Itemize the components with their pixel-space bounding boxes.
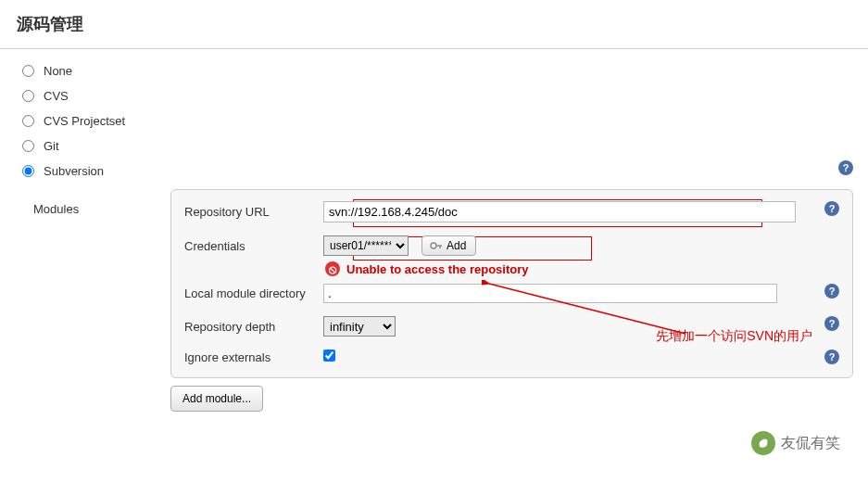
- watermark-icon: [751, 431, 775, 455]
- modules-section: Modules Repository URL ? Credentials use…: [0, 184, 868, 412]
- watermark-text: 友侃有笑: [781, 434, 840, 453]
- scm-option-git[interactable]: Git: [22, 133, 868, 159]
- add-module-button[interactable]: Add module...: [170, 386, 263, 412]
- row-local-directory: Local module directory ?: [184, 284, 839, 303]
- row-ignore-externals: Ignore externals ?: [184, 350, 839, 364]
- select-repository-depth[interactable]: infinity: [323, 316, 396, 337]
- radio-label-git: Git: [44, 139, 59, 153]
- scm-radio-group: None CVS CVS Projectset Git Subversion ?: [0, 49, 868, 184]
- radio-none[interactable]: [22, 65, 34, 77]
- radio-label-cvs-projectset: CVS Projectset: [44, 114, 125, 128]
- module-box: Repository URL ? Credentials user01/****…: [170, 189, 853, 378]
- radio-label-none: None: [44, 64, 72, 78]
- scm-option-cvs[interactable]: CVS: [22, 83, 868, 108]
- error-text: Unable to access the repository: [346, 262, 529, 276]
- label-repository-url: Repository URL: [184, 205, 323, 219]
- help-icon[interactable]: ?: [824, 284, 839, 299]
- svg-point-0: [431, 243, 436, 248]
- radio-cvs-projectset[interactable]: [22, 115, 34, 127]
- scm-option-cvs-projectset[interactable]: CVS Projectset: [22, 108, 868, 133]
- input-local-directory[interactable]: [323, 284, 777, 303]
- help-icon[interactable]: ?: [824, 201, 839, 216]
- modules-content: Repository URL ? Credentials user01/****…: [170, 189, 853, 412]
- label-local-directory: Local module directory: [184, 286, 323, 300]
- modules-label: Modules: [33, 189, 170, 412]
- error-icon: ⦸: [325, 261, 340, 276]
- add-credentials-button[interactable]: Add: [421, 235, 476, 256]
- scm-option-none[interactable]: None: [22, 58, 868, 83]
- label-ignore-externals: Ignore externals: [184, 350, 323, 364]
- row-credentials: Credentials user01/****** Add: [184, 235, 839, 256]
- section-heading: 源码管理: [0, 0, 868, 49]
- key-icon: [430, 241, 443, 250]
- help-icon[interactable]: ?: [838, 160, 853, 175]
- error-banner: ⦸ Unable to access the repository: [325, 261, 839, 276]
- radio-cvs[interactable]: [22, 90, 34, 102]
- help-icon[interactable]: ?: [824, 316, 839, 331]
- label-credentials: Credentials: [184, 239, 323, 253]
- scm-option-subversion[interactable]: Subversion ?: [22, 159, 868, 184]
- radio-label-cvs: CVS: [44, 89, 69, 103]
- watermark: 友侃有笑: [751, 431, 840, 455]
- input-repository-url[interactable]: [323, 201, 796, 222]
- checkbox-ignore-externals[interactable]: [323, 350, 335, 362]
- select-credentials[interactable]: user01/******: [323, 235, 409, 256]
- radio-git[interactable]: [22, 140, 34, 152]
- radio-subversion[interactable]: [22, 165, 34, 177]
- row-repository-url: Repository URL ?: [184, 201, 839, 222]
- annotation-text: 先增加一个访问SVN的用户: [656, 328, 812, 345]
- label-repository-depth: Repository depth: [184, 320, 323, 334]
- add-button-label: Add: [447, 239, 466, 252]
- radio-label-subversion: Subversion: [44, 164, 104, 178]
- help-icon[interactable]: ?: [824, 350, 839, 364]
